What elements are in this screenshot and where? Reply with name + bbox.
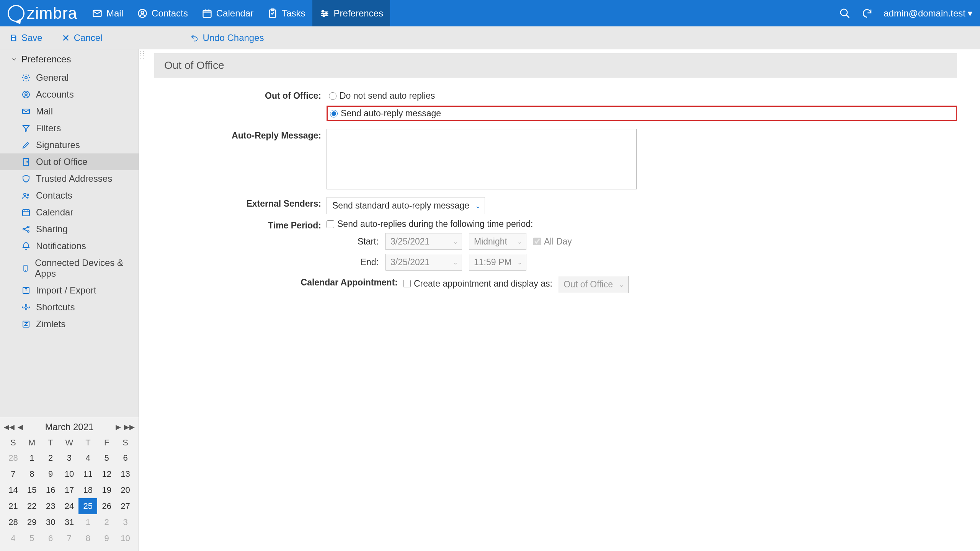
sidebar-item-label: Accounts — [36, 89, 74, 100]
tab-preferences[interactable]: Preferences — [312, 0, 390, 26]
cal-day[interactable]: 29 — [23, 514, 41, 530]
cal-day[interactable]: 3 — [116, 514, 135, 530]
sidebar-item-label: Signatures — [36, 140, 80, 150]
cal-day[interactable]: 9 — [41, 466, 60, 482]
sidebar-item-mail[interactable]: Mail — [0, 103, 139, 120]
create-appointment-checkbox[interactable] — [403, 280, 411, 287]
cal-day[interactable]: 9 — [97, 530, 116, 546]
sidebar-item-trusted[interactable]: Trusted Addresses — [0, 170, 139, 187]
cal-day[interactable]: 7 — [4, 466, 23, 482]
cal-day[interactable]: 8 — [78, 530, 97, 546]
cal-day[interactable]: 28 — [4, 514, 23, 530]
sidebar-header[interactable]: Preferences — [0, 49, 139, 69]
tab-mail[interactable]: Mail — [85, 0, 130, 26]
cal-day[interactable]: 6 — [116, 450, 135, 466]
start-date-field[interactable]: 3/25/2021⌄ — [385, 233, 462, 250]
cal-day[interactable]: 2 — [97, 514, 116, 530]
all-day-checkbox[interactable] — [533, 238, 541, 245]
cal-day[interactable]: 13 — [116, 466, 135, 482]
cal-day[interactable]: 21 — [4, 498, 23, 514]
cal-day[interactable]: 18 — [78, 482, 97, 498]
sidebar-item-signatures[interactable]: Signatures — [0, 137, 139, 153]
radio-do-not-send[interactable]: Do not send auto replies — [327, 89, 957, 103]
sidebar-item-filters[interactable]: Filters — [0, 120, 139, 137]
sidebar-item-shortcuts[interactable]: Shortcuts — [0, 299, 139, 316]
cal-day[interactable]: 2 — [41, 450, 60, 466]
sidebar-item-import[interactable]: Import / Export — [0, 282, 139, 299]
cal-next-year[interactable]: ▶▶ — [124, 423, 135, 431]
undo-button[interactable]: Undo Changes — [190, 33, 264, 43]
cal-day[interactable]: 14 — [4, 482, 23, 498]
cal-next-month[interactable]: ▶ — [116, 423, 121, 431]
sidebar-item-notifications[interactable]: Notifications — [0, 238, 139, 254]
cal-day[interactable]: 30 — [41, 514, 60, 530]
cal-prev-month[interactable]: ◀ — [18, 423, 23, 431]
cal-day[interactable]: 20 — [116, 482, 135, 498]
cal-day[interactable]: 7 — [60, 530, 79, 546]
external-senders-dropdown[interactable]: Send standard auto-reply message ⌄ — [327, 197, 485, 214]
user-menu[interactable]: admin@domain.test ▾ — [884, 8, 972, 19]
cal-day[interactable]: 5 — [97, 450, 116, 466]
cal-day[interactable]: 16 — [41, 482, 60, 498]
sidebar-item-label: Zimlets — [36, 319, 65, 329]
section-title: Out of Office — [154, 53, 957, 78]
sidebar-item-calendar[interactable]: Calendar — [0, 204, 139, 221]
label-external-senders: External Senders: — [154, 197, 327, 209]
cal-day[interactable]: 4 — [4, 530, 23, 546]
cal-day[interactable]: 19 — [97, 482, 116, 498]
tab-tasks[interactable]: Tasks — [260, 0, 312, 26]
sidebar-item-contacts[interactable]: Contacts — [0, 187, 139, 204]
refresh-icon[interactable] — [861, 8, 873, 19]
drag-handle[interactable] — [140, 50, 144, 59]
import-export-icon — [21, 286, 31, 295]
cal-day[interactable]: 8 — [23, 466, 41, 482]
tab-calendar[interactable]: Calendar — [195, 0, 260, 26]
cal-day[interactable]: 4 — [78, 450, 97, 466]
sidebar-item-zimlets[interactable]: Zimlets — [0, 316, 139, 333]
sidebar-item-sharing[interactable]: Sharing — [0, 221, 139, 238]
end-date-field[interactable]: 3/25/2021⌄ — [385, 254, 462, 271]
cal-day[interactable]: 11 — [78, 466, 97, 482]
end-time-field[interactable]: 11:59 PM⌄ — [469, 254, 526, 271]
cal-day[interactable]: 24 — [60, 498, 79, 514]
radio-send-auto-reply[interactable]: Send auto-reply message — [327, 106, 957, 121]
cal-day[interactable]: 10 — [60, 466, 79, 482]
cal-day[interactable]: 15 — [23, 482, 41, 498]
time-period-checkbox-row[interactable]: Send auto-replies during the following t… — [327, 219, 957, 229]
cal-day[interactable]: 27 — [116, 498, 135, 514]
cal-day[interactable]: 25 — [78, 498, 97, 514]
start-time-field[interactable]: Midnight⌄ — [469, 233, 526, 250]
sidebar-item-out-of-office[interactable]: Out of Office — [0, 153, 139, 170]
radio-send-auto-reply-input[interactable] — [330, 110, 338, 117]
cal-day[interactable]: 23 — [41, 498, 60, 514]
auto-reply-textarea[interactable] — [327, 129, 637, 189]
radio-do-not-send-input[interactable] — [329, 92, 336, 100]
appointment-type-dropdown[interactable]: Out of Office ⌄ — [558, 276, 629, 293]
tab-contacts[interactable]: Contacts — [130, 0, 195, 26]
create-appointment-row[interactable]: Create appointment and display as: — [403, 279, 552, 289]
time-period-checkbox[interactable] — [327, 220, 334, 228]
cal-day[interactable]: 6 — [41, 530, 60, 546]
cal-day[interactable]: 31 — [60, 514, 79, 530]
cal-day[interactable]: 28 — [4, 450, 23, 466]
cal-day[interactable]: 3 — [60, 450, 79, 466]
cal-month-label[interactable]: March 2021 — [26, 422, 113, 432]
cal-day[interactable]: 17 — [60, 482, 79, 498]
save-button[interactable]: Save — [9, 33, 42, 43]
cal-day[interactable]: 22 — [23, 498, 41, 514]
cal-day[interactable]: 1 — [23, 450, 41, 466]
sidebar-item-devices[interactable]: Connected Devices & Apps — [0, 254, 139, 282]
sidebar-item-label: Connected Devices & Apps — [35, 258, 133, 279]
svg-rect-3 — [203, 10, 211, 17]
sidebar-item-accounts[interactable]: Accounts — [0, 86, 139, 103]
cal-day[interactable]: 10 — [116, 530, 135, 546]
cal-day[interactable]: 12 — [97, 466, 116, 482]
cancel-button[interactable]: Cancel — [62, 33, 103, 43]
all-day-checkbox-row[interactable]: All Day — [533, 236, 572, 247]
cal-day[interactable]: 1 — [78, 514, 97, 530]
cal-day[interactable]: 5 — [23, 530, 41, 546]
search-icon[interactable] — [839, 8, 851, 19]
sidebar-item-general[interactable]: General — [0, 69, 139, 86]
cal-prev-year[interactable]: ◀◀ — [4, 423, 15, 431]
cal-day[interactable]: 26 — [97, 498, 116, 514]
